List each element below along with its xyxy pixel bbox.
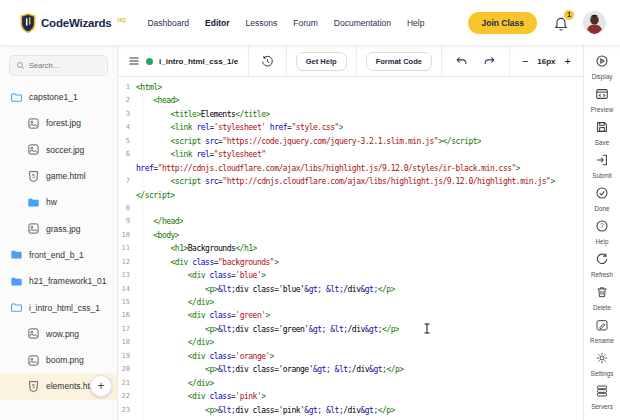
code-line: 13 <div class='blue'> — [118, 269, 583, 282]
code-line-text: <link rel="stylesheet" — [136, 148, 266, 161]
code-line: 16 <div class='green'> — [118, 309, 583, 322]
code-line: 18 </div> — [118, 336, 583, 349]
increase-font-button[interactable]: + — [565, 56, 571, 67]
file-tree: capstone1_1forest.jpgsoccer.jpg5game.htm… — [0, 84, 117, 400]
tree-item-soccer-jpg[interactable]: soccer.jpg — [0, 137, 117, 163]
nav-item-editor[interactable]: Editor — [205, 18, 230, 28]
code-line: 6 <link rel="stylesheet" — [118, 148, 583, 161]
code-line-text: </script> — [136, 189, 175, 202]
code-line-text: <script src="http://cdnjs.cloudflare.com… — [136, 175, 555, 188]
tree-item-capstone1-1[interactable]: capstone1_1 — [0, 84, 117, 110]
decrease-font-button[interactable]: − — [522, 56, 528, 67]
line-number: 21 — [118, 377, 136, 390]
nav-menu: DashboardEditorLessonsForumDocumentation… — [147, 18, 424, 28]
tree-item-elements-html[interactable]: 5elements.html+ — [0, 373, 117, 399]
code-line-text: <p>&lt;div class='green'&gt; &lt;/div&gt… — [136, 323, 399, 336]
tree-item-game-html[interactable]: 5game.html — [0, 163, 117, 189]
history-icon — [261, 55, 274, 68]
tree-item-hw[interactable]: hw — [0, 189, 117, 215]
code-line: 5 <script src="https://code.jquery.com/j… — [118, 135, 583, 148]
line-number: 10 — [118, 229, 136, 242]
format-code-button[interactable]: Format Code — [366, 52, 432, 71]
tree-item-wow-png[interactable]: wow.png — [0, 321, 117, 347]
search-icon — [16, 61, 25, 70]
code-line-text: </div> — [136, 296, 214, 309]
line-number — [118, 162, 136, 175]
code-line: </script> — [118, 189, 583, 202]
rail-button-help[interactable]: ?Help — [584, 215, 620, 248]
tree-item-label: boom.png — [46, 355, 84, 365]
tree-item-boom-png[interactable]: boom.png — [0, 347, 117, 373]
history-button[interactable] — [249, 55, 286, 68]
code-line-text: <p>&lt;div class='pink'&gt; &lt;/div&gt;… — [136, 404, 395, 417]
code-line: 10 <body> — [118, 229, 583, 242]
tree-item-forest-jpg[interactable]: forest.jpg — [0, 110, 117, 136]
tree-item-grass-jpg[interactable]: grass.jpg — [0, 215, 117, 241]
redo-icon[interactable] — [483, 55, 496, 68]
get-help-button[interactable]: Get Help — [296, 52, 347, 71]
code-line-text: </div> — [136, 336, 214, 349]
image-file-icon — [27, 143, 40, 156]
code-line: 15 </div> — [118, 296, 583, 309]
line-number: 6 — [118, 148, 136, 161]
search-box[interactable] — [9, 55, 108, 76]
line-number: 14 — [118, 283, 136, 296]
nav-item-dashboard[interactable]: Dashboard — [147, 18, 189, 28]
code-line-text: <p>&lt;div class='blue'&gt; &lt;/div&gt;… — [136, 283, 395, 296]
rail-button-rename[interactable]: Rename — [584, 314, 620, 347]
font-size-control: − 16px + — [510, 56, 583, 67]
rail-button-label: Save — [595, 139, 609, 146]
rail-button-settings[interactable]: Settings — [584, 347, 620, 380]
user-avatar[interactable] — [583, 11, 606, 34]
line-number: 16 — [118, 309, 136, 322]
nav-item-documentation[interactable]: Documentation — [334, 18, 391, 28]
nav-item-forum[interactable]: Forum — [293, 18, 318, 28]
code-line: 3 <title>Elements</title> — [118, 108, 583, 121]
code-line-text: <p>&lt;div class='orange'&gt; &lt;/div&g… — [136, 363, 404, 376]
tree-item-h21-framework1-01[interactable]: h21_framework1_01 — [0, 268, 117, 294]
rail-button-label: Submit — [592, 172, 612, 179]
rail-button-label: Refresh — [591, 271, 613, 278]
tree-item-i-intro-html-css-1[interactable]: i_intro_html_css_1 — [0, 294, 117, 320]
font-size-value: 16px — [537, 57, 555, 66]
search-input[interactable] — [29, 61, 101, 70]
nav-item-lessons[interactable]: Lessons — [246, 18, 278, 28]
rail-button-done[interactable]: Done — [584, 182, 620, 215]
code-line-text: <script src="https://code.jquery.com/jqu… — [136, 135, 481, 148]
tree-item-front-end-b-1[interactable]: front_end_b_1 — [0, 242, 117, 268]
html-file-icon: 5 — [27, 380, 40, 393]
rail-button-servers[interactable]: Servers — [584, 380, 620, 413]
line-number: 1 — [118, 81, 136, 94]
code-editor[interactable]: 1<html>2 <head>3 <title>Elements</title>… — [118, 77, 583, 420]
code-line: 22 <div class='pink'> — [118, 390, 583, 403]
line-number: 4 — [118, 121, 136, 134]
code-line: href="http://cdnjs.cloudflare.com/ajax/l… — [118, 162, 583, 175]
notifications-button[interactable]: 1 — [553, 14, 569, 32]
code-line-text: <div class='blue'> — [136, 269, 266, 282]
line-number: 23 — [118, 404, 136, 417]
undo-icon[interactable] — [455, 55, 468, 68]
rail-button-display[interactable]: Display — [584, 50, 620, 83]
line-number: 3 — [118, 108, 136, 121]
submit-icon — [595, 153, 609, 171]
code-line-text: href="http://cdnjs.cloudflare.com/ajax/l… — [136, 162, 520, 175]
brand-logo[interactable]: CodeWizards HQ — [20, 13, 126, 33]
new-file-button[interactable]: + — [90, 375, 112, 397]
rail-button-submit[interactable]: Submit — [584, 149, 620, 182]
open-file-tab[interactable]: i_intro_html_css_1/elements.html — [118, 55, 248, 67]
folder-icon — [10, 275, 23, 288]
rail-button-save[interactable]: Save — [584, 116, 620, 149]
rail-button-refresh[interactable]: Refresh — [584, 248, 620, 281]
join-class-button[interactable]: Join Class — [468, 12, 537, 34]
nav-item-help[interactable]: Help — [407, 18, 424, 28]
code-line: 8 — [118, 202, 583, 215]
code-line: 11 <h1>Backgrounds</h1> — [118, 242, 583, 255]
code-line: 1<html> — [118, 81, 583, 94]
rail-button-preview[interactable]: Preview — [584, 83, 620, 116]
code-line: 17 <p>&lt;div class='green'&gt; &lt;/div… — [118, 323, 583, 336]
image-file-icon — [27, 354, 40, 367]
rail-button-label: Rename — [590, 337, 614, 344]
rail-button-label: Preview — [591, 106, 613, 113]
rail-button-label: Delete — [593, 304, 611, 311]
rail-button-delete[interactable]: Delete — [584, 281, 620, 314]
